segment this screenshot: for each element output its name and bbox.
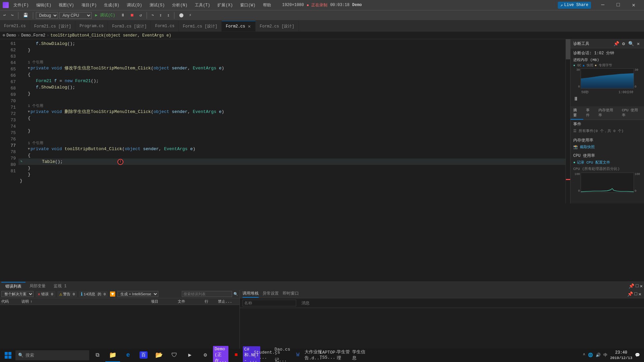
tab-programcs[interactable]: Program.cs <box>75 21 108 32</box>
tab-form21cs[interactable]: Form21.cs <box>0 21 30 32</box>
live-share-button[interactable]: ↗ Live Share <box>558 2 591 9</box>
menu-edit[interactable]: 编辑(E) <box>34 2 54 9</box>
tab-form2cs-close[interactable]: ✕ <box>247 23 251 29</box>
breadcrumb-form[interactable]: Demo.Form2 <box>21 33 45 38</box>
diag-tab-summary[interactable]: 摘要 <box>571 106 583 120</box>
diag-tab-cpu[interactable]: CPU 使用率 <box>619 106 644 120</box>
taskbar-edge[interactable]: e <box>121 349 136 362</box>
collapse-64[interactable]: ▼ <box>28 65 30 71</box>
menu-extensions[interactable]: 扩展(X) <box>215 2 235 9</box>
pause-diag-button[interactable]: ⏸ <box>573 96 579 102</box>
step-out[interactable]: ↥ <box>165 12 171 18</box>
code-line-77[interactable]: ✎ Table(); ! <box>18 159 566 165</box>
menu-test[interactable]: 测试(S) <box>147 2 168 9</box>
error-count-badge[interactable]: ✕ 错误 0 <box>36 291 55 297</box>
col-suppress[interactable]: 禁止... <box>218 299 238 304</box>
minimize-button[interactable]: ─ <box>595 0 610 10</box>
tab-form1cs[interactable]: Form1.cs <box>151 21 179 32</box>
col-proj[interactable]: 项目 <box>151 299 178 304</box>
taskbar-demo-app[interactable]: Demo (正在... <box>213 349 228 362</box>
menu-build[interactable]: 生成(B) <box>101 2 122 9</box>
tab-form2cs[interactable]: Form2.cs ✕ <box>222 21 256 32</box>
diag-close-button[interactable]: ✕ <box>635 41 641 47</box>
taskbar-student-mgmt[interactable]: 学生管理 <box>337 349 352 362</box>
taskbar-student-info[interactable]: 学生信息 <box>352 349 367 362</box>
info-count-badge[interactable]: ℹ 14消息 的 0 <box>79 291 108 297</box>
toolbar-undo[interactable]: ↩ <box>1 12 8 18</box>
menu-file[interactable]: 文件(F) <box>11 2 32 9</box>
tab-form1design[interactable]: Form1.cs [设计] <box>179 21 222 32</box>
col-line[interactable]: 行 <box>205 299 218 304</box>
taskbar-app-red[interactable]: ■ <box>229 349 244 362</box>
toolbar-redo[interactable]: ↪ <box>9 12 15 18</box>
taskbar-word[interactable]: W <box>290 349 305 362</box>
notification-icon[interactable]: 💬 <box>635 353 640 358</box>
volume-icon[interactable]: 🔊 <box>596 353 601 358</box>
search-errors-input[interactable] <box>182 291 232 297</box>
breadcrumb-method[interactable]: toolStripButton4_Click(object sender, Ev… <box>50 33 171 38</box>
start-button[interactable] <box>1 349 15 362</box>
menu-help[interactable]: 帮助 <box>260 2 274 9</box>
call-stack-name-input[interactable] <box>243 300 296 306</box>
tab-form3design[interactable]: Form3.cs [设计] <box>108 21 151 32</box>
restart-button[interactable]: ↺ <box>138 12 144 18</box>
taskbar-play[interactable]: ▶ <box>182 349 197 362</box>
taskbar-dao[interactable]: Dao.cs - 记... <box>275 349 290 362</box>
menu-debug[interactable]: 调试(D) <box>124 2 145 9</box>
taskbar-search[interactable]: 🔍 搜索 <box>15 350 89 360</box>
breadcrumb-project[interactable]: ⊙ <box>3 33 5 38</box>
menu-window[interactable]: 窗口(W) <box>237 2 258 9</box>
tab-form2design[interactable]: Form2.cs [设计] <box>256 21 299 32</box>
bottom-tab-locals[interactable]: 局部变量 <box>25 282 50 290</box>
collapse-75[interactable]: ▼ <box>28 146 30 152</box>
taskbar-report[interactable]: 大作业报告.d... <box>306 349 321 362</box>
tab-form21design[interactable]: Form21.cs [设计] <box>30 21 75 32</box>
diag-tab-events[interactable]: 事件 <box>583 106 596 120</box>
diag-settings-button[interactable]: ⚙ <box>621 41 627 47</box>
debug-mode-dropdown[interactable]: Debug <box>36 12 58 19</box>
col-code[interactable]: 代码 <box>1 299 21 304</box>
menu-project[interactable]: 项目(P) <box>79 2 100 9</box>
call-stack-maximize[interactable]: □ <box>634 291 637 297</box>
maximize-button[interactable]: □ <box>610 0 626 10</box>
menu-analyze[interactable]: 分析(N) <box>169 2 190 9</box>
taskbar-folder2[interactable]: 📂 <box>152 349 166 362</box>
taskbar-vs-settings[interactable]: ⚙ <box>198 349 213 362</box>
bottom-panel-close[interactable]: ✕ <box>640 283 643 289</box>
bottom-panel-maximize[interactable]: □ <box>636 283 638 289</box>
exceptions-tab[interactable]: 异常设置 <box>263 291 279 298</box>
code-editor[interactable]: f.ShowDialog(); } 1 个引用 ▼ private void 修… <box>18 39 566 203</box>
cpu-profile-action[interactable]: 记录 CPU 配置文件 <box>577 160 610 165</box>
build-mode-dropdown[interactable]: 生成 + IntelliSense <box>117 291 158 297</box>
diag-pin-button[interactable]: 📌 <box>613 41 619 47</box>
clock[interactable]: 23:40 2019/12/13 <box>610 350 632 360</box>
stop-button[interactable]: ⏹ <box>128 12 136 18</box>
call-stack-pin[interactable]: 📌 <box>627 291 633 297</box>
scroll-thumb[interactable] <box>566 39 570 59</box>
close-button[interactable]: ✕ <box>626 0 641 10</box>
network-icon[interactable]: 🌐 <box>588 353 593 358</box>
taskbar-baidu[interactable]: 百 <box>136 349 151 362</box>
taskbar-student[interactable]: Student.cs - ... <box>260 349 274 362</box>
breakpoint-btn[interactable]: ⬤ <box>177 12 185 18</box>
menu-view[interactable]: 视图(V) <box>56 2 77 9</box>
cpu-platform-dropdown[interactable]: Any CPU <box>59 12 92 19</box>
taskbar-laptop[interactable]: LAPTOP-TSS... <box>321 349 336 362</box>
immediate-tab[interactable]: 即时窗口 <box>283 291 299 298</box>
step-over[interactable]: ↷ <box>150 12 156 18</box>
warning-count-badge[interactable]: ⚠ 警告 0 <box>57 291 77 297</box>
scope-dropdown[interactable]: 整个解决方案 <box>1 291 34 297</box>
toolbar-save-all[interactable]: 💾 <box>21 12 30 18</box>
bottom-tab-monitor[interactable]: 监视 1 <box>50 282 70 290</box>
taskbar-shield[interactable]: 🛡 <box>167 349 182 362</box>
menu-tools[interactable]: 工具(T) <box>192 2 213 9</box>
start-debug-button[interactable]: ▶ 调试(C) <box>93 12 117 19</box>
collapse-70[interactable]: ▼ <box>28 109 30 115</box>
col-file[interactable]: 文件 <box>178 299 205 304</box>
snapshot-action[interactable]: 📸 截取快照 <box>573 144 641 149</box>
call-stack-close[interactable]: ✕ <box>639 291 641 297</box>
filter-icon[interactable]: 🔽 <box>110 291 115 297</box>
taskbar-explorer[interactable]: 📁 <box>105 349 120 362</box>
error-indicator-circle[interactable]: ! <box>117 159 123 165</box>
bottom-panel-pin[interactable]: 📌 <box>629 283 634 289</box>
